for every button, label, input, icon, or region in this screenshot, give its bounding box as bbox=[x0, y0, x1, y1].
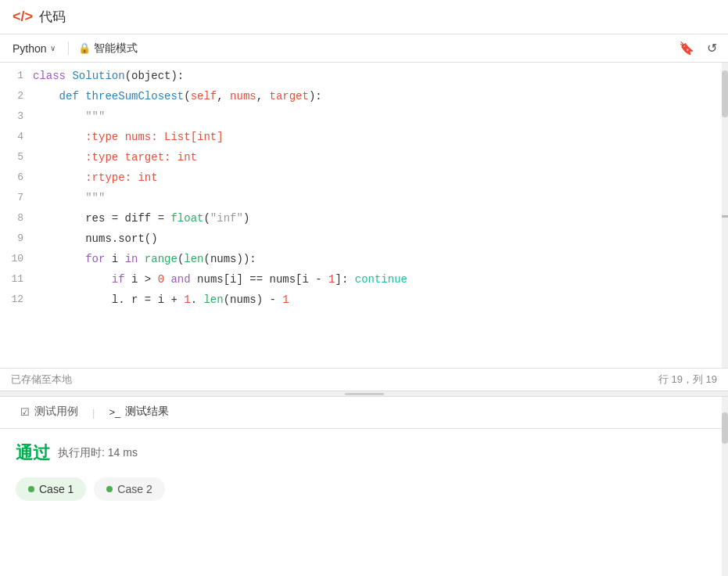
line-numbers: 1 2 3 4 5 6 7 8 9 10 11 12 bbox=[0, 66, 33, 310]
code-line: """ bbox=[33, 188, 715, 208]
code-line: :rtype: int bbox=[33, 167, 715, 188]
bookmark-button[interactable]: 🔖 bbox=[677, 39, 696, 57]
divider-handle bbox=[345, 393, 384, 395]
code-line: nums.sort() bbox=[33, 229, 715, 249]
code-line: for i in range(len(nums)): bbox=[33, 249, 715, 269]
cursor-position: 行 19，列 19 bbox=[658, 373, 717, 387]
page-title: 代码 bbox=[39, 8, 66, 26]
code-line: def threeSumClosest(self, nums, target): bbox=[33, 86, 715, 106]
code-editor[interactable]: 1 2 3 4 5 6 7 8 9 10 11 12 class Solutio… bbox=[0, 63, 728, 368]
code-line: :type target: int bbox=[33, 147, 715, 167]
tab-test-case-label: 测试用例 bbox=[34, 405, 78, 419]
terminal-icon: >_ bbox=[109, 406, 120, 418]
status-bar: 已存储至本地 行 19，列 19 bbox=[0, 368, 728, 391]
case-dot-2 bbox=[106, 486, 113, 492]
pass-label: 通过 bbox=[16, 441, 50, 465]
language-label: Python bbox=[13, 42, 47, 55]
exec-time-label: 执行用时: bbox=[58, 446, 105, 459]
tab-test-case[interactable]: ☑ 测试用例 bbox=[9, 397, 89, 428]
bottom-scrollbar[interactable] bbox=[722, 397, 728, 576]
bottom-tabs: ☑ 测试用例 | >_ 测试结果 bbox=[0, 397, 728, 429]
case-1-label: Case 1 bbox=[39, 483, 74, 495]
tab-test-result[interactable]: >_ 测试结果 bbox=[98, 397, 180, 428]
case-2-button[interactable]: Case 2 bbox=[94, 477, 164, 501]
chevron-down-icon: ∨ bbox=[50, 44, 56, 52]
panel-divider[interactable] bbox=[0, 391, 728, 397]
editor-scrollbar[interactable] bbox=[722, 63, 728, 368]
smart-mode-label: 智能模式 bbox=[94, 41, 138, 56]
case-dot-1 bbox=[28, 486, 34, 492]
code-line: res = diff = float("inf") bbox=[33, 208, 715, 229]
lock-icon: 🔒 bbox=[78, 42, 91, 54]
page-container: </> 代码 Python ∨ 🔒 智能模式 🔖 ↺ 1 2 3 4 5 bbox=[0, 0, 728, 576]
case-1-button[interactable]: Case 1 bbox=[16, 477, 86, 501]
code-line: l. r = i + 1. len(nums) - 1 bbox=[33, 290, 715, 310]
language-selector[interactable]: Python ∨ bbox=[9, 41, 59, 56]
refresh-button[interactable]: ↺ bbox=[705, 39, 719, 57]
code-icon: </> bbox=[13, 9, 33, 25]
case-2-label: Case 2 bbox=[117, 483, 152, 495]
code-line: if i > 0 and nums[i] == nums[i - 1]: con… bbox=[33, 269, 715, 290]
code-lines: class Solution(object): def threeSumClos… bbox=[33, 66, 728, 310]
scroll-line bbox=[722, 215, 728, 218]
toolbar: Python ∨ 🔒 智能模式 🔖 ↺ bbox=[0, 34, 728, 63]
toolbar-divider bbox=[68, 41, 69, 56]
pass-header: 通过 执行用时: 14 ms bbox=[16, 441, 712, 465]
scroll-thumb bbox=[722, 70, 728, 117]
test-results-content: 通过 执行用时: 14 ms Case 1 Case 2 bbox=[0, 429, 728, 513]
exec-time: 执行用时: 14 ms bbox=[58, 446, 138, 460]
exec-time-value: 14 ms bbox=[108, 446, 138, 459]
code-line: """ bbox=[33, 106, 715, 127]
cases-container: Case 1 Case 2 bbox=[16, 477, 712, 501]
code-content: 1 2 3 4 5 6 7 8 9 10 11 12 class Solutio… bbox=[0, 63, 728, 313]
tab-separator: | bbox=[89, 407, 98, 419]
toolbar-right: 🔖 ↺ bbox=[677, 39, 719, 57]
bottom-panel: ☑ 测试用例 | >_ 测试结果 通过 执行用时: 14 ms Case bbox=[0, 397, 728, 576]
code-line: class Solution(object): bbox=[33, 66, 715, 86]
page-header: </> 代码 bbox=[0, 0, 728, 34]
save-status: 已存储至本地 bbox=[11, 373, 72, 387]
code-line: :type nums: List[int] bbox=[33, 127, 715, 147]
checkbox-icon: ☑ bbox=[20, 406, 30, 418]
bottom-scroll-thumb bbox=[722, 412, 728, 444]
smart-mode: 🔒 智能模式 bbox=[78, 41, 138, 56]
tab-test-result-label: 测试结果 bbox=[125, 405, 169, 419]
